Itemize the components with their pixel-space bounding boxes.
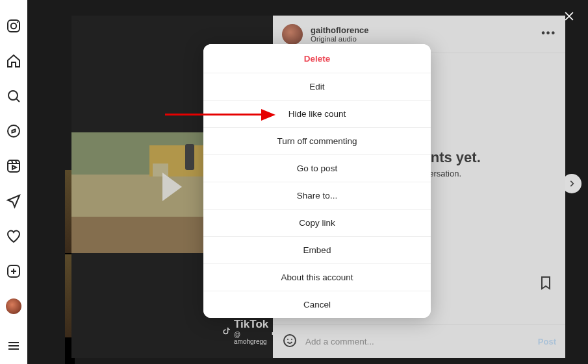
svg-point-5 [8, 125, 19, 137]
option-copy-link[interactable]: Copy link [203, 209, 431, 236]
profile-avatar-icon[interactable] [6, 298, 21, 314]
svg-marker-6 [12, 130, 16, 133]
app-root: TikTok @ amohgregg gaithoflorence Origin… [0, 0, 588, 364]
svg-point-3 [8, 91, 18, 100]
reels-icon[interactable] [6, 158, 21, 174]
nav-rail [0, 0, 27, 364]
svg-marker-11 [12, 165, 16, 169]
option-share-to[interactable]: Share to... [203, 182, 431, 209]
messages-icon[interactable] [6, 193, 21, 209]
option-embed[interactable]: Embed [203, 236, 431, 263]
option-go-to-post[interactable]: Go to post [203, 154, 431, 182]
option-hide-like-count[interactable]: Hide like count [203, 100, 431, 127]
home-icon[interactable] [6, 53, 21, 69]
option-delete[interactable]: Delete [203, 44, 431, 73]
create-plus-icon[interactable] [6, 263, 21, 279]
search-icon[interactable] [6, 88, 21, 104]
lightbox-backdrop[interactable]: TikTok @ amohgregg gaithoflorence Origin… [27, 0, 588, 364]
notifications-heart-icon[interactable] [6, 228, 21, 244]
more-hamburger-icon[interactable] [6, 338, 21, 354]
svg-line-4 [17, 99, 20, 103]
explore-compass-icon[interactable] [6, 123, 21, 139]
option-edit[interactable]: Edit [203, 73, 431, 100]
instagram-logo-icon[interactable] [6, 18, 21, 34]
option-about-account[interactable]: About this account [203, 263, 431, 291]
option-cancel[interactable]: Cancel [203, 291, 431, 318]
svg-point-2 [17, 21, 18, 23]
option-turn-off-commenting[interactable]: Turn off commenting [203, 127, 431, 154]
svg-point-1 [11, 23, 16, 29]
post-options-modal: Delete Edit Hide like count Turn off com… [203, 44, 431, 318]
